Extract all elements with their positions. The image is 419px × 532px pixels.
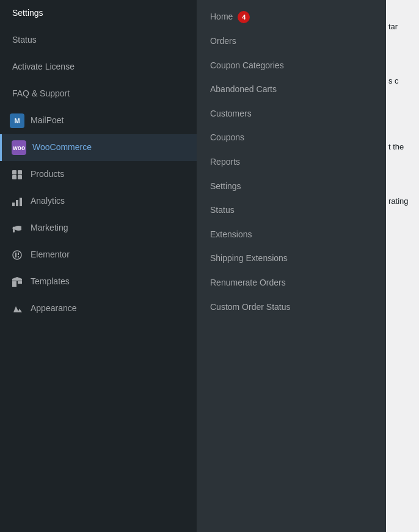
dropdown-settings-label: Settings	[210, 181, 241, 193]
dropdown-item-shipping-extensions[interactable]: Shipping Extensions	[197, 246, 386, 271]
svg-rect-3	[18, 175, 22, 179]
woocommerce-icon: woo	[12, 140, 26, 155]
svg-rect-2	[12, 175, 16, 179]
dropdown-reports-label: Reports	[210, 156, 240, 168]
sidebar-item-marketing[interactable]: Marketing	[0, 215, 197, 242]
sidebar-appearance-label: Appearance	[31, 303, 77, 315]
svg-rect-11	[18, 253, 19, 255]
sidebar-item-templates[interactable]: Templates	[0, 268, 197, 295]
sidebar-analytics-label: Analytics	[31, 195, 65, 207]
products-icon	[10, 167, 24, 182]
sidebar-item-status[interactable]: Status	[0, 27, 197, 54]
right-snippet-1: tar	[388, 18, 417, 36]
sidebar-faq-support-label: FAQ & Support	[12, 88, 70, 100]
right-snippet-2: s c	[388, 73, 417, 90]
svg-rect-0	[12, 170, 16, 174]
sidebar: Settings Status Activate License FAQ & S…	[0, 0, 197, 532]
sidebar-item-faq-support[interactable]: FAQ & Support	[0, 81, 197, 107]
sidebar-elementor-label: Elementor	[31, 249, 70, 261]
sidebar-status-label: Status	[12, 34, 37, 46]
dropdown-item-custom-order-status[interactable]: Custom Order Status	[197, 295, 386, 320]
analytics-icon	[10, 194, 24, 209]
dropdown-item-home[interactable]: Home 4	[197, 5, 386, 29]
mailpoet-icon: M	[10, 113, 24, 128]
sidebar-item-activate-license[interactable]: Activate License	[0, 54, 197, 81]
sidebar-templates-label: Templates	[31, 276, 70, 288]
templates-icon	[10, 275, 24, 289]
sidebar-item-products[interactable]: Products	[0, 161, 197, 188]
svg-rect-12	[18, 256, 19, 257]
sidebar-woocommerce-label: WooCommerce	[32, 142, 92, 154]
right-snippet-3: t the	[388, 138, 417, 156]
dropdown-item-renumerate-orders[interactable]: Renumerate Orders	[197, 271, 386, 295]
svg-point-7	[13, 227, 16, 230]
dropdown-orders-label: Orders	[210, 35, 236, 48]
dropdown-item-coupons[interactable]: Coupons	[197, 126, 386, 150]
dropdown-item-orders[interactable]: Orders	[197, 29, 386, 54]
dropdown-status-label: Status	[210, 204, 235, 217]
dropdown-item-extensions[interactable]: Extensions	[197, 223, 386, 247]
dropdown-item-customers[interactable]: Customers	[197, 102, 386, 126]
sidebar-item-analytics[interactable]: Analytics	[0, 188, 197, 215]
svg-rect-9	[13, 251, 21, 259]
woocommerce-dropdown-menu: Home 4 Orders Coupon Categories Abandone…	[197, 0, 386, 532]
sidebar-products-label: Products	[31, 168, 64, 181]
sidebar-activate-license-label: Activate License	[12, 61, 75, 73]
dropdown-abandoned-carts-label: Abandoned Carts	[210, 84, 277, 96]
sidebar-item-woocommerce[interactable]: woo WooCommerce	[0, 134, 197, 161]
home-notification-badge: 4	[238, 11, 250, 23]
dropdown-customers-label: Customers	[210, 108, 252, 120]
sidebar-settings-label: Settings	[12, 7, 43, 20]
right-snippet-4: rating	[388, 193, 417, 210]
svg-rect-13	[12, 281, 16, 287]
svg-rect-14	[18, 281, 22, 284]
dropdown-renumerate-orders-label: Renumerate Orders	[210, 277, 286, 289]
dropdown-item-abandoned-carts[interactable]: Abandoned Carts	[197, 77, 386, 102]
dropdown-home-label: Home	[210, 11, 233, 23]
dropdown-extensions-label: Extensions	[210, 229, 252, 241]
dropdown-item-reports[interactable]: Reports	[197, 150, 386, 174]
sidebar-mailpoet-label: MailPoet	[31, 115, 64, 127]
right-content-area: tar s c t the rating	[386, 0, 419, 532]
sidebar-item-elementor[interactable]: Elementor	[0, 242, 197, 268]
dropdown-item-settings[interactable]: Settings	[197, 174, 386, 199]
svg-rect-8	[13, 229, 15, 232]
sidebar-marketing-label: Marketing	[31, 222, 68, 234]
sidebar-item-mailpoet[interactable]: M MailPoet	[0, 107, 197, 134]
dropdown-shipping-extensions-label: Shipping Extensions	[210, 253, 288, 265]
arrow-indicator	[197, 165, 203, 190]
svg-rect-1	[18, 170, 22, 174]
dropdown-item-status[interactable]: Status	[197, 198, 386, 223]
dropdown-coupon-categories-label: Coupon Categories	[210, 60, 284, 72]
elementor-icon	[10, 248, 24, 262]
sidebar-item-appearance[interactable]: Appearance	[0, 295, 197, 322]
svg-rect-6	[20, 198, 22, 206]
dropdown-item-coupon-categories[interactable]: Coupon Categories	[197, 54, 386, 78]
marketing-icon	[10, 221, 24, 235]
svg-rect-10	[15, 253, 16, 257]
svg-rect-5	[16, 200, 18, 206]
appearance-icon	[10, 301, 24, 316]
svg-rect-4	[12, 203, 15, 206]
sidebar-item-settings[interactable]: Settings	[0, 0, 197, 27]
dropdown-custom-order-status-label: Custom Order Status	[210, 301, 291, 314]
dropdown-coupons-label: Coupons	[210, 132, 244, 144]
